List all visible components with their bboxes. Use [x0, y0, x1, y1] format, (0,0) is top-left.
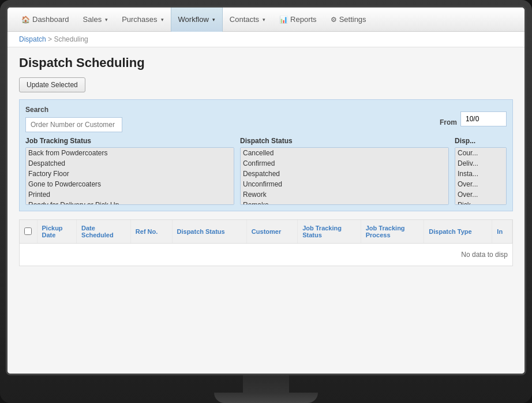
data-table: PickupDate DateScheduled Ref No. Dispatc…	[20, 220, 512, 244]
search-row: Search From	[25, 106, 507, 132]
job-tracking-label: Job Tracking Status	[25, 137, 234, 145]
table-header-ref-no[interactable]: Ref No.	[130, 220, 172, 244]
nav-workflow[interactable]: Workflow ▾	[171, 8, 223, 32]
job-tracking-option[interactable]: Despatched	[26, 158, 234, 169]
main-content: Dispatch Scheduling Update Selected Sear…	[8, 47, 524, 374]
dispatch-status-select[interactable]: Cancelled Confirmed Despatched Unconfirm…	[240, 147, 449, 205]
table-header-checkbox[interactable]	[20, 220, 37, 244]
search-input[interactable]	[25, 117, 122, 132]
table-header-job-tracking-process[interactable]: Job TrackingProcess	[361, 220, 424, 244]
settings-icon: ⚙	[331, 16, 337, 24]
dispatch-status-label: Dispatch Status	[240, 137, 449, 145]
nav-contacts[interactable]: Contacts ▾	[223, 8, 272, 32]
from-label: From	[440, 118, 457, 126]
contacts-caret-icon: ▾	[263, 17, 265, 23]
dispatch-type-option[interactable]: Insta...	[455, 169, 506, 179]
breadcrumb-current: Scheduling	[54, 35, 88, 43]
table-header-job-tracking-status[interactable]: Job TrackingStatus	[298, 220, 361, 244]
dispatch-status-option[interactable]: Rework	[241, 189, 448, 200]
sales-caret-icon: ▾	[105, 17, 108, 23]
dispatch-status-group: Dispatch Status Cancelled Confirmed Desp…	[240, 137, 449, 205]
workflow-caret-icon: ▾	[212, 17, 215, 23]
navbar: 🏠 Dashboard Sales ▾ Purchases ▾ Workflow…	[8, 8, 524, 32]
table-header-row: PickupDate DateScheduled Ref No. Dispatc…	[20, 220, 512, 244]
dispatch-type-option[interactable]: Pick...	[455, 200, 506, 205]
dispatch-type-label: Disp...	[455, 137, 507, 145]
update-selected-button[interactable]: Update Selected	[19, 77, 85, 92]
nav-sales[interactable]: Sales ▾	[76, 8, 115, 32]
job-tracking-option[interactable]: Gone to Powdercoaters	[26, 179, 234, 189]
nav-purchases[interactable]: Purchases ▾	[115, 8, 170, 32]
nav-dashboard[interactable]: 🏠 Dashboard	[14, 8, 76, 32]
monitor-stand-base	[214, 393, 318, 403]
purchases-caret-icon: ▾	[161, 17, 164, 23]
from-date-input[interactable]	[460, 111, 507, 126]
table-header-dispatch-type[interactable]: Dispatch Type	[424, 220, 492, 244]
no-data-message: No data to disp	[20, 244, 512, 266]
table-header-pickup-date[interactable]: PickupDate	[37, 220, 77, 244]
dispatch-status-option[interactable]: Despatched	[241, 169, 448, 179]
table-header-date-scheduled[interactable]: DateScheduled	[77, 220, 131, 244]
job-tracking-option[interactable]: Back from Powdercoaters	[26, 148, 234, 158]
job-tracking-option[interactable]: Printed	[26, 189, 234, 200]
select-all-checkbox[interactable]	[24, 227, 32, 235]
dispatch-type-option[interactable]: Deliv...	[455, 158, 506, 169]
search-label: Search	[25, 106, 48, 114]
reports-icon: 📊	[279, 16, 288, 24]
dispatch-status-option[interactable]: Confirmed	[241, 158, 448, 169]
job-tracking-select[interactable]: Back from Powdercoaters Despatched Facto…	[25, 147, 234, 205]
filter-row: Job Tracking Status Back from Powdercoat…	[25, 137, 507, 205]
table-header-dispatch-status[interactable]: Dispatch Status	[172, 220, 246, 244]
home-icon: 🏠	[21, 16, 30, 24]
data-table-container: PickupDate DateScheduled Ref No. Dispatc…	[19, 219, 513, 266]
job-tracking-group: Job Tracking Status Back from Powdercoat…	[25, 137, 234, 205]
dispatch-type-select[interactable]: Cour... Deliv... Insta... Over... Over..…	[455, 147, 507, 205]
dispatch-type-option[interactable]: Cour...	[455, 148, 506, 158]
job-tracking-option[interactable]: Factory Floor	[26, 169, 234, 179]
monitor-stand-neck	[243, 375, 289, 393]
dispatch-type-option[interactable]: Over...	[455, 189, 506, 200]
dispatch-type-option[interactable]: Over...	[455, 179, 506, 189]
dispatch-type-group: Disp... Cour... Deliv... Insta... Over..…	[455, 137, 507, 205]
breadcrumb-parent-link[interactable]: Dispatch	[19, 35, 46, 43]
page-title: Dispatch Scheduling	[19, 55, 513, 70]
dispatch-status-option[interactable]: Unconfirmed	[241, 179, 448, 189]
nav-settings[interactable]: ⚙ Settings	[324, 8, 373, 32]
nav-reports[interactable]: 📊 Reports	[272, 8, 324, 32]
job-tracking-option[interactable]: Ready for Delivery or Pick Up	[26, 200, 234, 205]
table-header-in[interactable]: In	[492, 220, 512, 244]
breadcrumb: Dispatch > Scheduling	[8, 32, 524, 47]
table-header-customer[interactable]: Customer	[246, 220, 297, 244]
dispatch-status-option[interactable]: Cancelled	[241, 148, 448, 158]
dispatch-status-option[interactable]: Remake	[241, 200, 448, 205]
search-panel: Search From Job Tracking Statu	[19, 99, 513, 211]
breadcrumb-separator: >	[46, 35, 54, 43]
